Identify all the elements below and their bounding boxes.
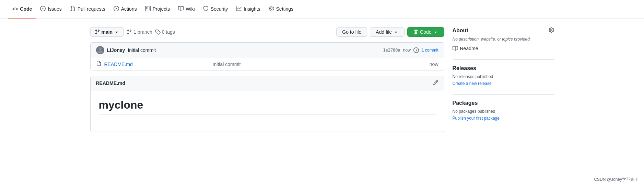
top-nav: <> Code Issues Pull requests Actions Pro… [0, 0, 644, 19]
code-button[interactable]: Code [407, 27, 444, 37]
sidebar-about-title: About [453, 27, 554, 34]
wiki-icon [178, 6, 184, 12]
commit-time: now [403, 48, 411, 53]
readme-heading: myclone [99, 99, 436, 114]
add-file-button[interactable]: Add file [370, 27, 405, 37]
sidebar-publish-package-link[interactable]: Publish your first package [453, 116, 500, 121]
sidebar-releases-title: Releases [453, 65, 554, 71]
commit-header: LiJoney Initial commit 1e2780a now 1 com… [91, 43, 444, 58]
nav-settings[interactable]: Settings [265, 0, 298, 19]
sidebar-releases-none: No releases published [453, 74, 554, 79]
commit-author[interactable]: LiJoney [107, 47, 125, 53]
file-time: now [430, 62, 438, 67]
edit-readme-icon[interactable] [433, 80, 438, 87]
nav-issues[interactable]: Issues [36, 0, 66, 19]
code-icon: <> [12, 6, 18, 12]
branch-count-link[interactable]: 1 branch [127, 29, 152, 35]
main-content: main 1 branch 0 tags Go to file [82, 19, 562, 140]
commit-header-left: LiJoney Initial commit [96, 46, 156, 54]
file-name[interactable]: README.md [104, 62, 213, 67]
tag-count-link[interactable]: 0 tags [155, 29, 175, 35]
avatar [96, 46, 104, 54]
sidebar-about-desc: No description, website, or topics provi… [453, 37, 554, 42]
table-row: README.md Initial commit now [91, 58, 444, 70]
sidebar-packages-none: No packages published [453, 109, 554, 114]
commit-header-right: 1e2780a now 1 commit [383, 47, 438, 53]
nav-wiki[interactable]: Wiki [174, 0, 199, 19]
toolbar-right: Go to file Add file Code [336, 27, 444, 37]
projects-icon [145, 6, 151, 12]
nav-actions[interactable]: Actions [109, 0, 141, 19]
file-icon [96, 61, 102, 67]
commit-sha[interactable]: 1e2780a [383, 48, 400, 53]
readme-header: README.md [91, 76, 444, 90]
sidebar-divider-2 [453, 94, 554, 95]
readme-box: README.md myclone [90, 76, 444, 132]
file-commit-message: Initial commit [213, 62, 430, 67]
commit-message: Initial commit [128, 47, 156, 53]
svg-point-0 [99, 47, 102, 50]
issues-icon [40, 6, 46, 12]
file-list: LiJoney Initial commit 1e2780a now 1 com… [90, 42, 444, 70]
settings-icon [269, 6, 274, 12]
sidebar-packages-title: Packages [453, 100, 554, 106]
nav-code[interactable]: <> Code [8, 0, 36, 19]
go-to-file-button[interactable]: Go to file [336, 27, 367, 37]
branch-selector[interactable]: main [90, 27, 124, 37]
insights-icon [236, 6, 242, 12]
commit-count-link[interactable]: 1 commit [422, 48, 438, 53]
sidebar-releases-section: Releases No releases published Create a … [453, 65, 554, 86]
sidebar-about-section: About No description, website, or topics… [453, 27, 554, 51]
nav-insights[interactable]: Insights [232, 0, 264, 19]
sidebar-divider-1 [453, 59, 554, 60]
gear-icon[interactable] [549, 27, 554, 34]
sidebar-create-release-link[interactable]: Create a new release [453, 81, 492, 86]
sidebar-packages-section: Packages No packages published Publish y… [453, 100, 554, 121]
readme-filename: README.md [96, 80, 126, 86]
sidebar: About No description, website, or topics… [453, 27, 554, 132]
nav-pull-requests[interactable]: Pull requests [66, 0, 109, 19]
nav-projects[interactable]: Projects [141, 0, 174, 19]
security-icon [203, 6, 209, 12]
pull-requests-icon [70, 6, 75, 12]
sidebar-readme-link[interactable]: Readme [453, 46, 554, 51]
readme-body: myclone [91, 90, 444, 132]
actions-icon [114, 6, 119, 12]
nav-security[interactable]: Security [199, 0, 232, 19]
toolbar: main 1 branch 0 tags Go to file [90, 27, 444, 37]
toolbar-left: main 1 branch 0 tags [90, 27, 334, 37]
repo-content: main 1 branch 0 tags Go to file [90, 27, 444, 132]
